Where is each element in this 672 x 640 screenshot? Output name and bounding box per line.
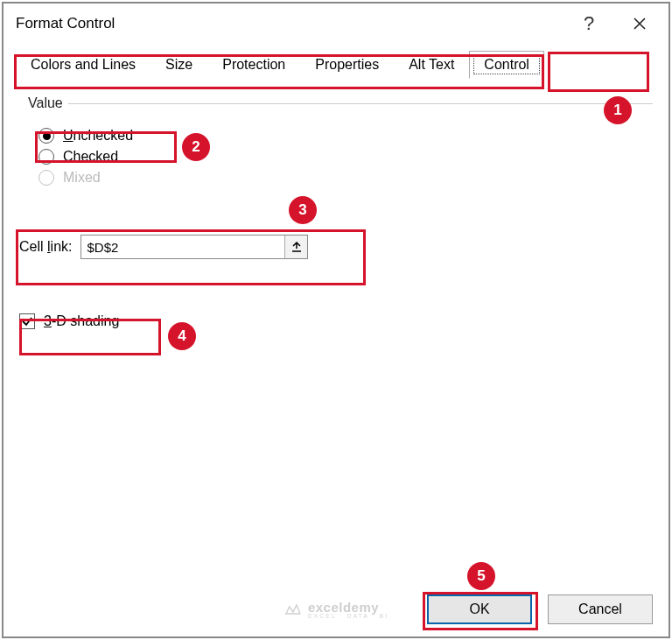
close-icon xyxy=(633,17,647,31)
check-icon xyxy=(21,315,33,327)
format-control-dialog: Format Control ? Colors and Lines Size P… xyxy=(2,2,670,638)
close-button[interactable] xyxy=(614,4,665,43)
radio-checked[interactable]: Checked xyxy=(38,149,640,165)
control-panel: Value Unchecked Checked Mixed Cell link:… xyxy=(4,79,668,329)
checkbox-icon xyxy=(19,313,35,329)
value-legend: Value xyxy=(23,95,68,111)
cell-link-input[interactable]: $D$2 xyxy=(80,235,308,259)
radio-icon xyxy=(38,149,54,165)
value-group: Value Unchecked Checked Mixed xyxy=(19,105,653,203)
tab-size[interactable]: Size xyxy=(150,51,207,79)
radio-checked-label: Checked xyxy=(63,149,118,165)
cell-link-row: Cell link: $D$2 xyxy=(19,235,653,259)
range-picker-icon xyxy=(290,241,303,253)
tab-protection[interactable]: Protection xyxy=(207,51,300,79)
radio-icon xyxy=(38,170,54,186)
radio-unchecked-label: Unchecked xyxy=(63,128,133,144)
radio-unchecked[interactable]: Unchecked xyxy=(38,128,640,144)
cell-link-label: Cell link: xyxy=(19,239,72,255)
tab-alt-text[interactable]: Alt Text xyxy=(394,51,469,79)
tab-bar: Colors and Lines Size Protection Propert… xyxy=(16,51,656,79)
shading-label: 3-D shading xyxy=(44,313,119,329)
radio-icon xyxy=(38,128,54,144)
button-bar: OK Cancel xyxy=(427,594,653,624)
annotation-badge-5: 5 xyxy=(467,562,495,590)
radio-mixed-label: Mixed xyxy=(63,170,101,186)
radio-mixed: Mixed xyxy=(38,170,640,186)
range-picker-button[interactable] xyxy=(284,236,307,258)
shading-checkbox-row[interactable]: 3-D shading xyxy=(19,313,653,329)
tab-control[interactable]: Control xyxy=(469,51,544,79)
help-button[interactable]: ? xyxy=(564,4,614,43)
watermark: exceldemy EXCEL · DATA · BI xyxy=(284,600,388,619)
titlebar: Format Control ? xyxy=(4,4,668,44)
cancel-button[interactable]: Cancel xyxy=(548,594,653,624)
tab-colors-and-lines[interactable]: Colors and Lines xyxy=(16,51,150,79)
cell-link-value: $D$2 xyxy=(81,240,284,255)
dialog-title: Format Control xyxy=(16,15,564,32)
ok-button[interactable]: OK xyxy=(427,594,532,624)
watermark-icon xyxy=(284,601,303,617)
tab-properties[interactable]: Properties xyxy=(300,51,394,79)
